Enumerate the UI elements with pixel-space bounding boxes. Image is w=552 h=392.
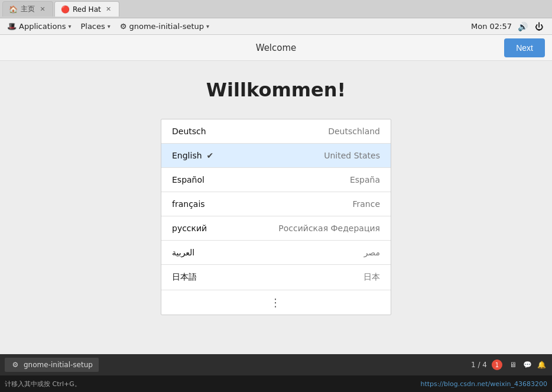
status-bar: 计移入其中或按 Ctrl+G。 https://blog.csdn.net/we… (0, 375, 552, 392)
applications-label: Applications (19, 22, 66, 31)
lang-name-espanol: Español (172, 175, 204, 184)
lang-left-english: English ✔ (172, 151, 213, 160)
lang-left-deutsch: Deutsch (172, 127, 206, 136)
taskbar-right: 1 / 4 1 🖥 💬 🔔 (471, 359, 547, 371)
lang-name-english: English (172, 151, 202, 160)
menu-places[interactable]: Places ▾ (76, 21, 115, 32)
more-dots-icon: ⋮ (270, 296, 282, 309)
tray-icon-3[interactable]: 🔔 (535, 359, 547, 371)
welcome-title: Willkommen! (206, 79, 346, 101)
menu-right: Mon 02:57 🔊 ⏻ (471, 21, 550, 33)
lang-left-francais: français (172, 199, 205, 209)
gnome-setup-icon: ⚙ (120, 22, 127, 31)
check-icon-english: ✔ (207, 151, 214, 160)
lang-region-english: United States (324, 151, 380, 160)
menu-applications[interactable]: 🎩 Applications ▾ (2, 21, 76, 32)
home-icon: 🏠 (9, 5, 17, 14)
power-icon[interactable]: ⏻ (533, 21, 545, 33)
main-content: Willkommen! Deutsch Deutschland English … (0, 61, 552, 355)
lang-region-japanese: 日本 (363, 272, 380, 283)
tray-icons: 🖥 💬 🔔 (507, 359, 547, 371)
lang-name-deutsch: Deutsch (172, 127, 206, 136)
lang-left-espanol: Español (172, 175, 204, 184)
language-row-francais[interactable]: français France (161, 192, 391, 216)
menu-bar: 🎩 Applications ▾ Places ▾ ⚙ gnome-initia… (0, 18, 552, 35)
language-list: Deutsch Deutschland English ✔ United Sta… (161, 119, 391, 315)
app-header: Welcome Next (0, 35, 552, 61)
language-row-deutsch[interactable]: Deutsch Deutschland (161, 119, 391, 144)
tab-redhat-label: Red Hat (73, 5, 101, 14)
app-header-title: Welcome (256, 43, 297, 53)
next-button[interactable]: Next (504, 38, 545, 57)
menu-gnome-setup[interactable]: ⚙ gnome-initial-setup ▾ (115, 21, 214, 32)
taskbar-item-icon: ⚙ (11, 360, 20, 370)
tray-icon-2[interactable]: 💬 (521, 359, 533, 371)
language-row-russian[interactable]: русский Российская Федерация (161, 216, 391, 241)
notification-badge: 1 (492, 359, 502, 370)
lang-left-japanese: 日本語 (172, 272, 197, 283)
places-label: Places (80, 22, 105, 31)
taskbar: ⚙ gnome-initial-setup 1 / 4 1 🖥 💬 🔔 (0, 354, 552, 375)
tab-home-close[interactable]: ✕ (38, 5, 47, 14)
lang-name-francais: français (172, 199, 205, 209)
tray-icon-1[interactable]: 🖥 (507, 359, 519, 371)
lang-region-francais: France (352, 199, 380, 209)
status-hint: 计移入其中或按 Ctrl+G。 (5, 380, 81, 388)
lang-region-russian: Российская Федерация (278, 223, 380, 233)
lang-name-arabic: العربية (172, 248, 194, 257)
redhat-tab-icon: 🔴 (61, 5, 69, 14)
volume-icon[interactable]: 🔊 (517, 21, 528, 33)
taskbar-gnome-item[interactable]: ⚙ gnome-initial-setup (5, 358, 99, 372)
lang-region-arabic: مصر (364, 248, 380, 257)
lang-name-russian: русский (172, 223, 207, 233)
language-row-japanese[interactable]: 日本語 日本 (161, 265, 391, 290)
language-row-english[interactable]: English ✔ United States (161, 144, 391, 168)
more-languages-button[interactable]: ⋮ (161, 290, 391, 315)
tab-bar: 🏠 主页 ✕ 🔴 Red Hat ✕ (0, 0, 552, 18)
lang-left-arabic: العربية (172, 248, 194, 257)
lang-name-japanese: 日本語 (172, 272, 197, 283)
tab-redhat[interactable]: 🔴 Red Hat ✕ (54, 1, 119, 17)
tab-home[interactable]: 🏠 主页 ✕ (2, 1, 53, 17)
applications-arrow: ▾ (68, 23, 71, 30)
taskbar-item-label: gnome-initial-setup (24, 361, 93, 369)
tab-redhat-close[interactable]: ✕ (105, 5, 113, 14)
lang-left-russian: русский (172, 223, 207, 233)
applications-icon: 🎩 (7, 22, 17, 31)
browser-chrome: 🏠 主页 ✕ 🔴 Red Hat ✕ (0, 0, 552, 18)
places-arrow: ▾ (108, 23, 111, 30)
clock: Mon 02:57 (471, 22, 512, 31)
tab-home-label: 主页 (21, 4, 35, 14)
language-row-espanol[interactable]: Español España (161, 168, 391, 192)
page-indicator: 1 / 4 (471, 361, 487, 369)
status-url: https://blog.csdn.net/weixin_43683200 (420, 380, 547, 388)
lang-region-deutsch: Deutschland (328, 127, 380, 136)
gnome-setup-arrow: ▾ (206, 23, 209, 30)
lang-region-espanol: España (350, 175, 380, 184)
gnome-setup-label: gnome-initial-setup (129, 22, 204, 31)
language-row-arabic[interactable]: العربية مصر (161, 241, 391, 265)
